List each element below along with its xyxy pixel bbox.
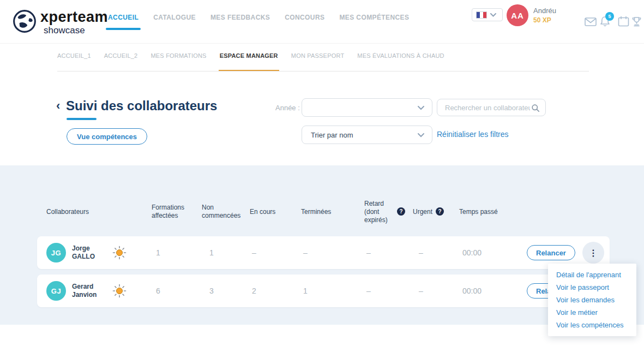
- column-header-formations-affectees: Formations affectées: [152, 204, 195, 220]
- subnav-divider: [57, 71, 589, 71]
- notification-badge: 5: [605, 12, 614, 21]
- cell-formations-affectees: 1: [156, 248, 170, 257]
- user-avatar[interactable]: AA: [507, 4, 528, 26]
- cell-non-commencees: 3: [209, 287, 224, 295]
- menu-item-voir-competences[interactable]: Voir les compétences: [548, 319, 636, 331]
- cell-en-cours: –: [252, 248, 266, 257]
- cell-temps-passe: 00:00: [462, 287, 490, 295]
- cell-terminees: 1: [303, 287, 317, 295]
- nav-item-concours[interactable]: CONCOURS: [285, 14, 324, 29]
- collaborator-avatar: GJ: [46, 281, 66, 301]
- help-icon-retard[interactable]: ?: [397, 207, 405, 216]
- chevron-down-icon: [490, 13, 496, 17]
- table-row: GJ Gerard Janvion 6 3 2 1 – – 00:00 Rela…: [37, 275, 610, 307]
- column-header-temps-passe: Temps passé: [459, 208, 498, 216]
- column-header-terminees: Terminées: [301, 208, 331, 216]
- column-header-urgent: Urgent: [413, 208, 432, 216]
- nav-item-mes-feedbacks[interactable]: MES FEEDBACKS: [210, 14, 270, 29]
- cell-retard: –: [366, 287, 381, 295]
- sort-select[interactable]: Trier par nom: [302, 126, 432, 144]
- column-header-collaborateurs: Collaborateurs: [46, 208, 89, 216]
- menu-item-voir-metier[interactable]: Voir le métier: [548, 306, 636, 319]
- mail-icon[interactable]: [585, 17, 597, 26]
- menu-item-voir-demandes[interactable]: Voir les demandes: [548, 294, 636, 306]
- page-title: Suivi des collaborateurs: [66, 98, 217, 114]
- brand-tagline: showcase: [44, 25, 85, 36]
- collaborator-last-name: Janvion: [72, 291, 97, 299]
- chevron-down-icon: [418, 106, 424, 110]
- vue-competences-button[interactable]: Vue compétences: [67, 128, 147, 145]
- title-underline: [67, 118, 97, 120]
- sun-status-icon: [112, 284, 127, 298]
- cell-urgent: –: [419, 287, 433, 295]
- globe-logo-icon: [12, 9, 37, 34]
- trophy-icon[interactable]: [631, 16, 642, 27]
- calendar-icon[interactable]: [618, 16, 629, 27]
- collaborator-name: Gerard Janvion: [72, 283, 97, 299]
- reset-filters-link[interactable]: Réinitialiser les filtres: [437, 130, 508, 139]
- main-nav: ACCUEIL CATALOGUE MES FEEDBACKS CONCOURS…: [108, 14, 409, 29]
- subnav-accueil-2[interactable]: ACCUEIL_2: [104, 52, 138, 71]
- row-context-menu: Détail de l'apprenant Voir le passeport …: [548, 264, 636, 336]
- nav-item-mes-competences[interactable]: MES COMPÉTENCES: [339, 14, 409, 29]
- year-select[interactable]: [302, 98, 432, 117]
- column-header-non-commencees: Non commencées: [202, 204, 252, 220]
- cell-non-commencees: 1: [209, 248, 224, 257]
- cell-en-cours: 2: [252, 287, 266, 295]
- collaborator-name: Jorge GALLO: [72, 244, 95, 261]
- year-filter-label: Année :: [275, 104, 300, 112]
- cell-retard: –: [366, 248, 381, 257]
- back-button[interactable]: ‹: [56, 100, 60, 112]
- subnav-mon-passeport[interactable]: MON PASSEPORT: [291, 52, 345, 71]
- subnav-mes-formations[interactable]: MES FORMATIONS: [151, 52, 206, 71]
- cell-terminees: –: [303, 248, 317, 257]
- france-flag-icon: [476, 11, 487, 19]
- collaborator-last-name: GALLO: [72, 253, 95, 261]
- subnav-mes-evaluations[interactable]: MES ÉVALUATIONS À CHAUD: [357, 52, 444, 71]
- collaborator-avatar: JG: [46, 243, 66, 263]
- sub-nav: ACCUEIL_1 ACCUEIL_2 MES FORMATIONS ESPAC…: [57, 52, 444, 71]
- search-box: [437, 99, 546, 116]
- table-row: JG Jorge GALLO 1 1 – – – – 00:00 Relance…: [37, 236, 610, 269]
- menu-item-voir-passeport[interactable]: Voir le passeport: [548, 281, 636, 294]
- sort-select-value: Trier par nom: [311, 131, 353, 139]
- subnav-espace-manager[interactable]: ESPACE MANAGER: [220, 52, 278, 71]
- cell-temps-passe: 00:00: [462, 248, 490, 257]
- nav-item-catalogue[interactable]: CATALOGUE: [153, 14, 196, 29]
- kebab-menu-button[interactable]: ⋮: [582, 242, 604, 264]
- search-icon[interactable]: [531, 104, 540, 112]
- chevron-down-icon: [418, 133, 424, 138]
- language-selector[interactable]: [472, 8, 503, 21]
- nav-item-accueil[interactable]: ACCUEIL: [108, 14, 139, 29]
- collaborator-first-name: Jorge: [72, 244, 95, 253]
- relancer-button[interactable]: Relancer: [527, 245, 575, 260]
- collaborator-first-name: Gerard: [72, 283, 97, 291]
- help-icon-urgent[interactable]: ?: [436, 207, 444, 216]
- column-header-en-cours: En cours: [250, 208, 275, 216]
- cell-urgent: –: [419, 248, 433, 257]
- search-input[interactable]: [444, 100, 531, 115]
- sun-status-icon: [112, 246, 127, 260]
- brand-name[interactable]: xperteam: [40, 9, 108, 26]
- column-header-retard: Retard (dont expirés): [364, 200, 396, 224]
- app-window: xperteam showcase ACCUEIL CATALOGUE MES …: [0, 0, 644, 346]
- menu-item-detail-apprenant[interactable]: Détail de l'apprenant: [548, 269, 636, 281]
- subnav-accueil-1[interactable]: ACCUEIL_1: [57, 52, 91, 71]
- user-xp: 50 XP: [533, 16, 551, 24]
- cell-formations-affectees: 6: [156, 287, 170, 295]
- user-name: Andréu: [533, 7, 556, 15]
- top-header: xperteam showcase ACCUEIL CATALOGUE MES …: [0, 0, 644, 44]
